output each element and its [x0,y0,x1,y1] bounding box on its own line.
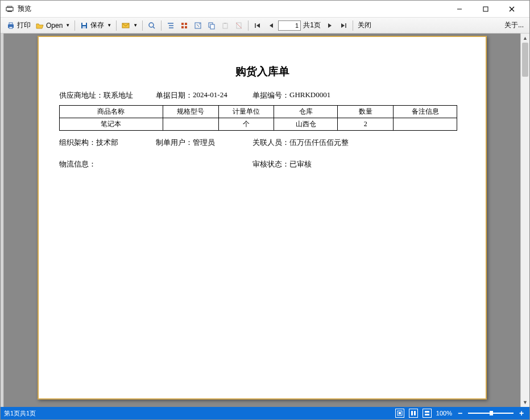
table-header: 数量 [338,106,394,118]
svg-rect-33 [399,412,401,414]
scroll-thumb[interactable] [522,43,528,77]
last-page-button[interactable] [337,20,350,31]
prev-page-button[interactable] [264,20,278,31]
view-mode-1-button[interactable] [395,409,404,418]
maker-value: 管理员 [193,138,215,148]
supplier-addr-label: 供应商地址： [59,90,103,101]
print-label: 打印 [17,20,31,30]
svg-rect-12 [82,26,86,28]
open-button[interactable]: Open ▼ [33,20,72,31]
print-button[interactable]: 打印 [4,19,33,31]
delete-button[interactable] [232,20,246,31]
table-cell [394,118,457,131]
svg-rect-19 [181,23,184,25]
prev-page-icon [267,21,276,30]
table-header: 仓库 [274,106,338,118]
content-area: 购货入库单 供应商地址： 联系地址 单据日期： 2024-01-24 单据编号：… [1,34,529,407]
separator [74,20,75,31]
logistics-label: 物流信息： [59,159,96,169]
info-row-1: 供应商地址： 联系地址 单据日期： 2024-01-24 单据编号： GHRKD… [59,90,465,101]
svg-point-14 [149,23,154,27]
zoom-control: 100% − + [436,409,526,418]
svg-rect-4 [483,7,488,11]
related-label: 关联人员： [252,138,289,148]
audit-label: 审核状态： [252,159,289,169]
maker-label: 制单用户： [156,138,193,148]
edit-button[interactable] [191,20,205,31]
separator [161,20,162,31]
outline-icon [166,21,175,30]
separator [248,20,249,31]
table-header: 计量单位 [218,106,274,118]
table-cell: 笔记本 [60,118,163,131]
zoom-slider[interactable] [468,413,514,414]
doc-no-label: 单据编号： [252,90,289,101]
toolbar: 打印 Open ▼ 保存 ▼ ▼ [1,18,529,34]
separator [116,20,117,31]
svg-rect-0 [6,7,13,11]
scroll-track[interactable] [521,43,529,398]
maximize-button[interactable] [473,1,499,18]
svg-rect-27 [224,23,226,24]
outline-button[interactable] [164,20,177,31]
view-mode-3-button[interactable] [423,409,432,418]
separator [142,20,143,31]
svg-rect-2 [7,11,12,12]
svg-rect-37 [425,414,429,415]
svg-rect-20 [185,23,187,25]
table-header: 商品名称 [60,106,163,118]
mail-button[interactable]: ▼ [119,20,140,31]
save-button[interactable]: 保存 ▼ [77,19,114,31]
open-icon [35,21,44,30]
about-button[interactable]: 关于... [502,19,526,31]
scroll-down-button[interactable]: ▼ [521,398,529,407]
table-cell: 个 [218,118,274,131]
zoom-slider-handle[interactable] [490,411,493,415]
svg-rect-11 [82,23,86,25]
info-row-3: 物流信息： 审核状态： 已审核 [59,159,465,169]
copy-button[interactable] [205,20,218,31]
save-label: 保存 [90,20,104,30]
last-page-icon [339,21,348,30]
table-cell: 2 [338,118,394,131]
svg-rect-21 [181,26,184,28]
page-viewport[interactable]: 购货入库单 供应商地址： 联系地址 单据日期： 2024-01-24 单据编号：… [4,34,520,407]
supplier-addr-value: 联系地址 [103,90,133,101]
org-label: 组织架构： [59,138,96,148]
search-button[interactable] [145,20,159,31]
close-button[interactable] [499,1,525,18]
chevron-down-icon: ▼ [65,23,70,28]
svg-rect-35 [414,411,416,415]
vertical-scrollbar[interactable]: ▲ ▼ [520,34,529,407]
svg-rect-9 [9,27,13,28]
page-total-label: 共1页 [303,20,321,30]
doc-no-value: GHRKD0001 [289,90,330,101]
paste-button[interactable] [218,20,232,31]
table-header: 规格型号 [163,106,218,118]
separator [353,20,353,31]
audit-value: 已审核 [289,159,312,169]
copy-icon [207,21,216,30]
close-label: 关闭 [358,20,371,30]
doc-date-value: 2024-01-24 [193,90,227,101]
thumbnails-button[interactable] [177,20,191,31]
save-icon [80,21,89,30]
first-page-button[interactable] [251,20,264,31]
zoom-out-button[interactable]: − [456,409,465,418]
page-number-input[interactable] [278,20,301,31]
window-title: 预览 [18,4,446,14]
about-label: 关于... [504,20,524,30]
table-row: 笔记本个山西仓2 [60,118,457,131]
svg-line-15 [153,27,155,28]
close-toolbar-button[interactable]: 关闭 [355,19,374,31]
next-page-button[interactable] [323,20,337,31]
table-cell: 山西仓 [274,118,338,131]
doc-date-label: 单据日期： [156,90,193,101]
zoom-in-button[interactable]: + [517,409,526,418]
scroll-up-button[interactable]: ▲ [521,34,529,43]
minimize-button[interactable] [446,1,473,18]
thumbnails-icon [180,21,189,30]
view-mode-2-button[interactable] [409,409,418,418]
svg-rect-25 [210,24,214,29]
delete-icon [234,21,243,30]
